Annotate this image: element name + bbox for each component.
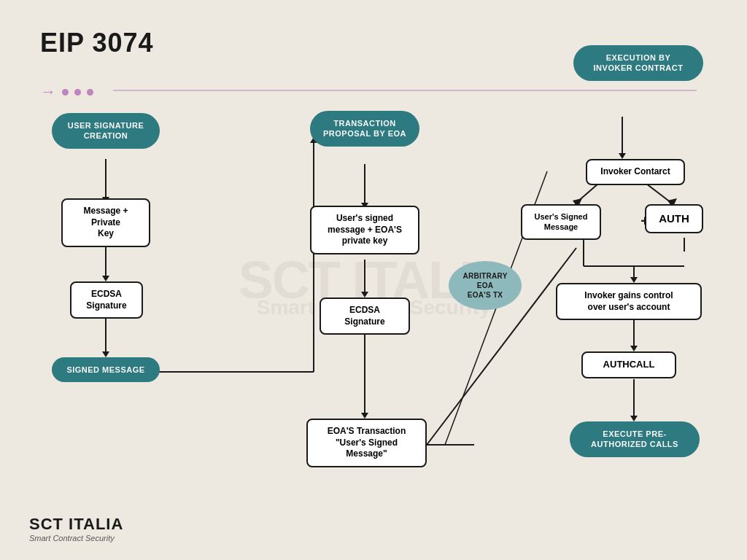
signed-message-node: SIGNED MESSAGE <box>52 357 160 382</box>
svg-marker-27 <box>630 277 638 283</box>
deco-dot-3 <box>87 89 93 96</box>
svg-marker-18 <box>619 153 626 159</box>
invoker-contract-node: Invoker Contarct <box>586 159 685 185</box>
deco-arrow-icon: → <box>40 84 56 100</box>
page-title: EIP 3074 <box>40 28 153 58</box>
svg-marker-3 <box>102 276 109 281</box>
user-sig-creation-node: USER SIGNATURE CREATION <box>52 113 160 149</box>
eoas-transaction-node: EOA'S Transaction"User's SignedMessage" <box>306 419 427 467</box>
svg-marker-5 <box>102 351 109 357</box>
svg-marker-12 <box>361 292 368 298</box>
message-private-key-node: Message + PrivateKey <box>61 198 150 247</box>
main-container: SCT ITALIA Smart Contract Security EIP 3… <box>0 0 747 560</box>
logo-title: SCT ITALIA <box>29 515 123 534</box>
deco-line: → <box>40 84 93 100</box>
users-signed-message-node: User's signedmessage + EOA'Sprivate key <box>310 206 419 254</box>
connector-svg: + <box>0 0 747 560</box>
invoker-gains-node: Invoker gains controlover user's account <box>556 283 702 320</box>
svg-line-19 <box>576 184 598 203</box>
svg-line-21 <box>646 184 671 203</box>
users-signed-msg-r-node: User's SignedMessage <box>521 204 601 240</box>
transaction-proposal-node: TRANSACTIONPROPOSAL BY EOA <box>310 111 419 147</box>
logo-subtitle: Smart Contract Security <box>29 534 123 542</box>
deco-dot-1 <box>62 89 69 96</box>
ecdsa-sig-1-node: ECDSASignature <box>70 281 143 319</box>
deco-horizontal-line <box>113 90 697 91</box>
arbitrary-eoa-node: ARBITRARYEOAEOA'S TX <box>449 261 522 310</box>
svg-marker-30 <box>630 346 638 351</box>
ecdsa-sig-2-node: ECDSA Signature <box>320 298 410 335</box>
svg-marker-32 <box>630 416 638 421</box>
logo-area: SCT ITALIA Smart Contract Security <box>29 515 123 542</box>
authcall-node: AUTHCALL <box>581 351 676 378</box>
deco-dot-2 <box>74 89 81 96</box>
svg-marker-14 <box>361 413 368 419</box>
execute-pre-node: EXECUTE PRE-AUTHORIZED CALLS <box>570 421 700 457</box>
execution-by-invoker-node: EXECUTION BYINVOKER CONTRACT <box>573 45 703 81</box>
auth-node: AUTH <box>645 204 703 233</box>
